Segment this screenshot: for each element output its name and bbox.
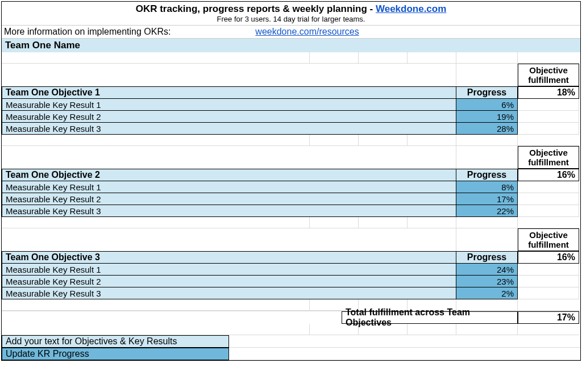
key-result-progress[interactable]: 28% [456,123,518,135]
header-subtitle: Free for 3 users. 14 day trial for large… [2,15,580,23]
objective-title-row: Team One Objective 2Progress16% [2,169,580,181]
objective-fulfillment-value: 16% [518,251,579,264]
key-result-label[interactable]: Measurable Key Result 1 [2,99,456,111]
fulfillment-header-cell: Objective fulfillment [518,146,579,169]
progress-header-cell: Progress [456,251,518,264]
spacer-row [2,217,580,228]
total-value: 17% [518,311,579,324]
key-result-label[interactable]: Measurable Key Result 3 [2,205,456,217]
key-result-progress[interactable]: 24% [456,264,518,276]
key-result-label[interactable]: Measurable Key Result 1 [2,264,456,276]
key-result-row: Measurable Key Result 32% [2,287,580,299]
key-result-progress[interactable]: 23% [456,276,518,287]
key-result-row: Measurable Key Result 219% [2,111,580,123]
key-result-progress[interactable]: 19% [456,111,518,123]
total-label: Total fulfillment across Team Objectives [342,311,518,324]
key-result-row: Measurable Key Result 217% [2,193,580,205]
spacer-row [2,135,580,146]
objective-title-cell[interactable]: Team One Objective 2 [2,169,456,181]
objective-title-cell[interactable]: Team One Objective 1 [2,86,456,99]
key-result-label[interactable]: Measurable Key Result 3 [2,287,456,299]
fulfillment-header-cell: Objective fulfillment [518,228,579,251]
key-result-progress[interactable]: 2% [456,287,518,299]
spacer-row [2,324,580,335]
key-result-progress[interactable]: 6% [456,99,518,111]
instruction-row-1: Add your text for Objectives & Key Resul… [2,335,580,348]
key-result-label[interactable]: Measurable Key Result 3 [2,123,456,135]
info-link[interactable]: weekdone.com/resources [255,27,359,36]
key-result-progress[interactable]: 8% [456,181,518,193]
key-result-row: Measurable Key Result 124% [2,264,580,276]
key-result-row: Measurable Key Result 16% [2,99,580,111]
team-name-cell[interactable]: Team One Name [2,39,580,52]
key-result-label[interactable]: Measurable Key Result 2 [2,193,456,205]
objective-title-row: Team One Objective 1Progress18% [2,86,580,99]
okr-spreadsheet: OKR tracking, progress reports & weekly … [1,1,581,361]
header-title-link[interactable]: Weekdone.com [376,3,446,14]
key-result-row: Measurable Key Result 328% [2,123,580,135]
key-result-label[interactable]: Measurable Key Result 2 [2,111,456,123]
objective-fulfillment-header: Objective fulfillment [2,228,580,251]
objective-fulfillment-value: 16% [518,169,579,181]
key-result-row: Measurable Key Result 322% [2,205,580,217]
header-title: OKR tracking, progress reports & weekly … [2,3,580,15]
key-result-label[interactable]: Measurable Key Result 2 [2,276,456,287]
sheet-header: OKR tracking, progress reports & weekly … [2,2,580,26]
key-result-row: Measurable Key Result 18% [2,181,580,193]
info-label: More information on implementing OKRs: [4,27,171,36]
objective-fulfillment-header: Objective fulfillment [2,146,580,169]
key-result-progress[interactable]: 22% [456,205,518,217]
info-row: More information on implementing OKRs: w… [2,26,580,39]
progress-header-cell: Progress [456,169,518,181]
total-row: Total fulfillment across Team Objectives… [2,311,580,324]
instruction-update-progress[interactable]: Update KR Progress [2,348,229,360]
objective-fulfillment-value: 18% [518,86,579,99]
objective-title-cell[interactable]: Team One Objective 3 [2,251,456,264]
instruction-row-2: Update KR Progress [2,348,580,360]
key-result-progress[interactable]: 17% [456,193,518,205]
instruction-add-text[interactable]: Add your text for Objectives & Key Resul… [2,335,229,348]
header-title-text: OKR tracking, progress reports & weekly … [136,3,376,14]
objective-fulfillment-header: Objective fulfillment [2,64,580,86]
key-result-row: Measurable Key Result 223% [2,276,580,287]
progress-header-cell: Progress [456,86,518,99]
key-result-label[interactable]: Measurable Key Result 1 [2,181,456,193]
spacer-row [2,52,580,64]
objective-title-row: Team One Objective 3Progress16% [2,251,580,264]
fulfillment-header-cell: Objective fulfillment [518,64,579,86]
